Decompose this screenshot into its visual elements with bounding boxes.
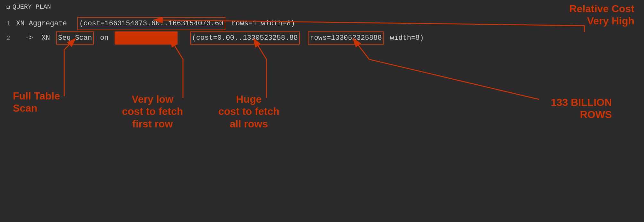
line-number-1: 1	[6, 19, 14, 29]
line2-rows-highlight: rows=133052325888	[308, 31, 384, 45]
line1-cost-highlight: (cost=1663154073.60..1663154073.60	[77, 17, 225, 30]
line2-on: on	[96, 32, 113, 44]
header-title: QUERY PLAN	[13, 3, 51, 11]
line2-arrow: -> XN	[16, 32, 54, 44]
grid-icon: ⊞	[6, 4, 10, 11]
line2-redacted-table	[115, 31, 178, 45]
query-plan-header: ⊞ QUERY PLAN	[0, 0, 644, 14]
code-area: 1 XN Aggregate (cost=1663154073.60..1663…	[0, 14, 644, 49]
line2-cost-highlight: (cost=0.00..1330523258.88	[190, 31, 300, 45]
line1-rest: rows=1 width=8)	[227, 18, 295, 29]
line2-space2	[302, 32, 306, 44]
line2-seq-scan-highlight: Seq Scan	[56, 31, 94, 45]
line1-xn-aggregate: XN Aggregate	[16, 18, 75, 29]
code-line-1: 1 XN Aggregate (cost=1663154073.60..1663…	[6, 17, 638, 30]
annotation-full-table-scan: Full Table Scan	[13, 90, 60, 115]
line-number-2: 2	[6, 33, 14, 43]
annotation-very-low-cost: Very low cost to fetch first row	[122, 93, 183, 130]
annotation-133-billion-rows: 133 BILLION ROWS	[551, 96, 612, 121]
annotation-relative-cost: Relative Cost Very High	[569, 3, 634, 27]
line2-space	[179, 32, 188, 44]
line2-width: width=8)	[386, 32, 424, 44]
annotation-huge-cost: Huge cost to fetch all rows	[218, 93, 279, 130]
code-line-2: 2 -> XN Seq Scan on (cost=0.00..13305232…	[6, 31, 638, 45]
